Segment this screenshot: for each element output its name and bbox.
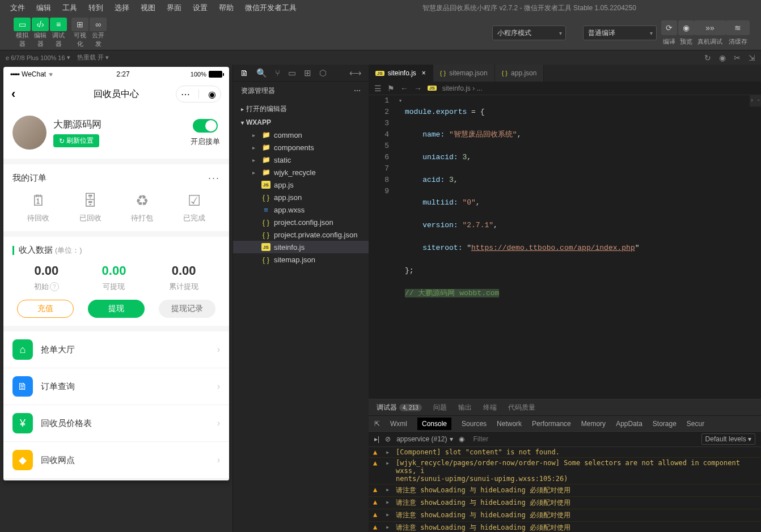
compile-button[interactable]: ⟳: [661, 20, 677, 35]
nav-back-icon[interactable]: ←: [400, 84, 408, 93]
extension-icon[interactable]: ⊞: [304, 68, 311, 78]
sidebar-toggle-icon[interactable]: ▸|: [374, 435, 379, 443]
folder-components[interactable]: ▸📁components: [233, 141, 369, 154]
file-sitemap[interactable]: { }sitemap.json: [233, 253, 369, 266]
accept-order-switch[interactable]: [193, 119, 218, 133]
file-appjs[interactable]: JSapp.js: [233, 178, 369, 191]
open-editors-section[interactable]: ▸ 打开的编辑器: [233, 102, 369, 116]
inspect-icon[interactable]: ⇱: [374, 420, 380, 428]
sync-icon[interactable]: ↻: [704, 53, 711, 62]
files-icon[interactable]: 🗎: [240, 68, 248, 78]
code-editor[interactable]: 123456789 ▾ module.exports = { name: "智慧…: [369, 95, 761, 399]
mode-dropdown[interactable]: 小程序模式: [492, 25, 566, 40]
console-output[interactable]: ▲▸[Component] slot "content" is not foun…: [369, 447, 761, 532]
order-pending[interactable]: 🗓 待回收: [27, 192, 49, 223]
avatar[interactable]: [12, 116, 46, 150]
devtools-console[interactable]: Console: [417, 418, 451, 430]
menu-goto[interactable]: 转到: [83, 0, 109, 16]
clear-console-icon[interactable]: ⊘: [385, 435, 391, 443]
close-tab-icon[interactable]: ×: [422, 69, 426, 77]
menu-wechat-devtools[interactable]: 微信开发者工具: [239, 0, 302, 16]
menu-file[interactable]: 文件: [5, 0, 31, 16]
remote-debug-button[interactable]: »»: [694, 20, 726, 35]
log-levels-dropdown[interactable]: Default levels ▾: [701, 433, 755, 445]
devtools-memory[interactable]: Memory: [581, 420, 606, 428]
minimap-toggle[interactable]: › ▫: [750, 95, 761, 107]
withdraw-record-button[interactable]: 提现记录: [159, 300, 215, 318]
hotreload-toggle[interactable]: 热重载 开 ▾: [77, 53, 109, 62]
debug-tab-codequality[interactable]: 代码质量: [508, 403, 535, 412]
devtools-wxml[interactable]: Wxml: [390, 420, 407, 428]
more-icon[interactable]: ⟷: [349, 68, 362, 78]
preview-button[interactable]: ◉: [678, 20, 694, 35]
file-appwxss[interactable]: ≡app.wxss: [233, 203, 369, 216]
folder-common[interactable]: ▸📁common: [233, 129, 369, 141]
debug-tab-output[interactable]: 输出: [458, 403, 472, 412]
file-siteinfo[interactable]: JSsiteinfo.js: [233, 241, 369, 253]
device-info[interactable]: e 6/7/8 Plus 100% 16 ▾: [6, 54, 70, 61]
withdraw-button[interactable]: 提现: [88, 300, 145, 318]
live-expr-icon[interactable]: ◉: [459, 435, 464, 443]
menu-view[interactable]: 视图: [135, 0, 161, 16]
workspace-section[interactable]: ▾ WXAPP: [233, 116, 369, 129]
record-icon[interactable]: ◉: [719, 53, 726, 62]
compile-mode-dropdown[interactable]: 普通编译: [583, 25, 657, 40]
orders-more-button[interactable]: ···: [208, 172, 220, 184]
file-appjson[interactable]: { }app.json: [233, 191, 369, 203]
order-completed[interactable]: ☑ 已完成: [183, 192, 205, 223]
menu-order-query[interactable]: 🗎 订单查询 ›: [3, 368, 229, 405]
debugger-button[interactable]: ≡: [50, 18, 67, 31]
tab-sitemap[interactable]: { } sitemap.json: [433, 65, 495, 82]
folder-icon[interactable]: ▭: [288, 68, 296, 78]
capsule-menu-icon[interactable]: ⋯: [181, 89, 190, 100]
devtools-security[interactable]: Secur: [687, 420, 704, 428]
refresh-location-button[interactable]: ↻ 刷新位置: [53, 134, 99, 147]
file-projectprivate[interactable]: { }project.private.config.json: [233, 228, 369, 241]
tab-appjson[interactable]: { } app.json: [495, 65, 544, 82]
file-projectconfig[interactable]: { }project.config.json: [233, 216, 369, 228]
breadcrumb-path[interactable]: siteinfo.js › ...: [442, 84, 483, 92]
menu-edit[interactable]: 编辑: [31, 0, 57, 16]
detach-icon[interactable]: ⇲: [749, 53, 755, 62]
tab-siteinfo[interactable]: JS siteinfo.js ×: [369, 65, 433, 82]
bug-icon[interactable]: ⬡: [319, 68, 327, 78]
recharge-button[interactable]: 充值: [17, 300, 74, 318]
bookmark-icon[interactable]: ⚑: [387, 84, 395, 93]
list-icon[interactable]: ☰: [374, 84, 382, 93]
code-content[interactable]: module.exports = { name: "智慧废品回收系统", uni…: [405, 95, 761, 399]
menu-grab-orders[interactable]: ⌂ 抢单大厅 ›: [3, 331, 229, 368]
menu-interface[interactable]: 界面: [161, 0, 187, 16]
devtools-performance[interactable]: Performance: [532, 420, 571, 428]
menu-price-table[interactable]: ¥ 回收员价格表 ›: [3, 405, 229, 442]
folder-wjyk[interactable]: ▸📁wjyk_recycle: [233, 166, 369, 178]
devtools-appdata[interactable]: AppData: [616, 420, 642, 428]
debug-tab-debugger[interactable]: 调试器 4, 213: [377, 403, 422, 412]
search-icon[interactable]: 🔍: [256, 68, 267, 78]
menu-tools[interactable]: 工具: [57, 0, 83, 16]
git-icon[interactable]: ⑂: [275, 68, 280, 78]
folder-static[interactable]: ▸📁static: [233, 154, 369, 166]
debug-tab-problems[interactable]: 问题: [433, 403, 447, 412]
context-dropdown[interactable]: appservice (#12) ▾: [396, 435, 453, 443]
devtools-network[interactable]: Network: [497, 420, 522, 428]
order-packing[interactable]: ♻ 待打包: [131, 192, 153, 223]
explorer-more-icon[interactable]: ⋯: [354, 87, 361, 95]
simulator-button[interactable]: ▭: [14, 18, 31, 31]
nav-forward-icon[interactable]: →: [414, 84, 422, 93]
capsule-close-icon[interactable]: ◉: [208, 89, 216, 100]
back-button[interactable]: ‹: [11, 87, 15, 101]
order-collected[interactable]: 🗄 已回收: [79, 192, 102, 223]
help-icon[interactable]: ?: [50, 282, 59, 291]
visual-button[interactable]: ⊞: [71, 18, 88, 31]
console-filter-input[interactable]: [470, 434, 696, 444]
menu-settings[interactable]: 设置: [187, 0, 213, 16]
menu-help[interactable]: 帮助: [213, 0, 239, 16]
devtools-sources[interactable]: Sources: [462, 420, 487, 428]
devtools-storage[interactable]: Storage: [653, 420, 677, 428]
clear-cache-button[interactable]: ≋: [726, 20, 750, 35]
editor-button[interactable]: ‹/›: [32, 18, 49, 31]
capsule-button[interactable]: ⋯ ◉: [176, 86, 221, 103]
cloud-button[interactable]: ∞: [90, 18, 107, 31]
menu-locations[interactable]: ◆ 回收网点 ›: [3, 442, 229, 479]
cut-icon[interactable]: ✂: [734, 53, 741, 62]
